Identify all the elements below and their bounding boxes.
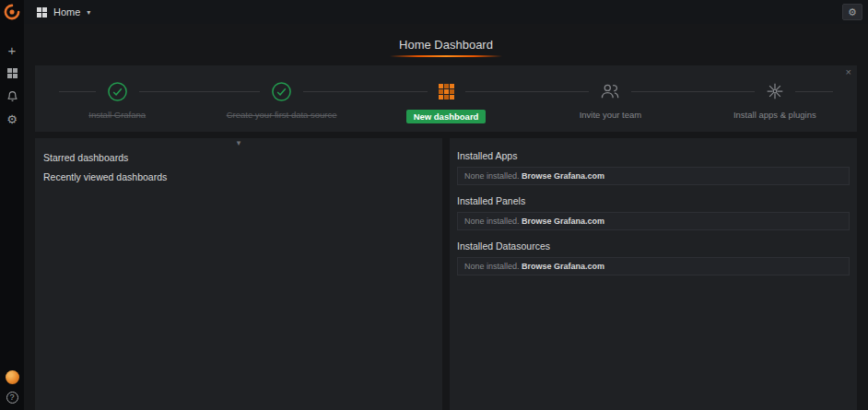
dashboards-grid-glyph xyxy=(7,68,18,78)
step-label: Install apps & plugins xyxy=(733,110,816,120)
step-label: Create your first data source xyxy=(227,110,337,120)
empty-text: None installed. xyxy=(464,262,522,271)
dashboard-grid-icon xyxy=(428,74,465,109)
step-install-plugins[interactable]: Install apps & plugins xyxy=(693,74,857,132)
installed-apps-row[interactable]: None installed. Browse Grafana.com xyxy=(457,167,850,185)
gear-icon: ⚙ xyxy=(848,6,857,18)
step-install-grafana[interactable]: Install Grafana xyxy=(35,74,199,132)
bottom-panels-row: ▾ Starred dashboards Recently viewed das… xyxy=(35,138,857,410)
installed-apps-title: Installed Apps xyxy=(457,150,850,161)
panel-menu-caret-icon[interactable]: ▾ xyxy=(237,138,241,147)
getting-started-panel: × Install Grafana xyxy=(35,65,857,132)
empty-text: None installed. xyxy=(464,217,522,226)
installed-panels-title: Installed Panels xyxy=(457,195,850,206)
recent-dashboards-label: Recently viewed dashboards xyxy=(43,171,434,182)
empty-text: None installed. xyxy=(464,171,522,181)
top-navbar: Home ▾ ⚙ xyxy=(24,0,868,24)
dashboard-picker[interactable]: Home ▾ xyxy=(37,6,90,18)
browse-grafana-link[interactable]: Browse Grafana.com xyxy=(522,171,604,181)
step-invite-team[interactable]: Invite your team xyxy=(528,74,692,132)
installed-datasources-row[interactable]: None installed. Browse Grafana.com xyxy=(457,257,850,275)
dashboard-title-wrap: Home Dashboard xyxy=(35,24,857,65)
sidebar-nav: + ⚙ xyxy=(4,42,20,126)
plugins-icon xyxy=(755,74,795,109)
installed-panels-row[interactable]: None installed. Browse Grafana.com xyxy=(457,212,850,230)
alerting-bell-icon[interactable] xyxy=(4,88,20,103)
main-area: Home ▾ ⚙ Home Dashboard × xyxy=(24,0,868,410)
chevron-down-icon: ▾ xyxy=(87,8,90,17)
grafana-app: + ⚙ ? Home ▾ ⚙ xyxy=(0,0,868,410)
browse-grafana-link[interactable]: Browse Grafana.com xyxy=(522,262,604,271)
plugins-list: Installed Apps None installed. Browse Gr… xyxy=(450,138,857,294)
sidebar: + ⚙ ? xyxy=(0,0,24,410)
help-icon[interactable]: ? xyxy=(6,392,18,404)
getting-started-steps: Install Grafana Create your first data s… xyxy=(35,65,857,132)
step-create-datasource[interactable]: Create your first data source xyxy=(199,74,363,132)
check-circle-icon xyxy=(96,74,139,109)
step-label: Invite your team xyxy=(580,110,642,120)
create-plus-icon[interactable]: + xyxy=(4,42,20,57)
step-new-dashboard[interactable]: New dashboard xyxy=(364,74,528,132)
team-icon xyxy=(589,74,631,109)
dashboard-picker-label: Home xyxy=(53,6,80,18)
configuration-gear-icon[interactable]: ⚙ xyxy=(4,111,20,126)
starred-dashboards-label: Starred dashboards xyxy=(43,152,434,163)
dashboard-settings-button[interactable]: ⚙ xyxy=(842,4,862,20)
dashboards-icon[interactable] xyxy=(4,65,20,80)
dashboard-picker-grid-icon xyxy=(37,7,47,18)
sidebar-bottom: ? xyxy=(6,370,19,404)
user-avatar[interactable] xyxy=(6,370,19,384)
step-label: Install Grafana xyxy=(88,110,146,120)
plugins-panel: Installed Apps None installed. Browse Gr… xyxy=(450,138,857,410)
installed-datasources-title: Installed Datasources xyxy=(457,240,850,252)
dashboard-content: Home Dashboard × Install Grafana xyxy=(24,24,868,410)
page-title: Home Dashboard xyxy=(390,38,502,57)
close-icon[interactable]: × xyxy=(846,66,851,77)
browse-grafana-link[interactable]: Browse Grafana.com xyxy=(522,217,604,226)
grafana-logo-icon[interactable] xyxy=(0,0,24,24)
check-circle-icon xyxy=(260,74,303,109)
step-label-badge: New dashboard xyxy=(406,110,487,123)
dashboards-panel: ▾ Starred dashboards Recently viewed das… xyxy=(35,138,442,410)
